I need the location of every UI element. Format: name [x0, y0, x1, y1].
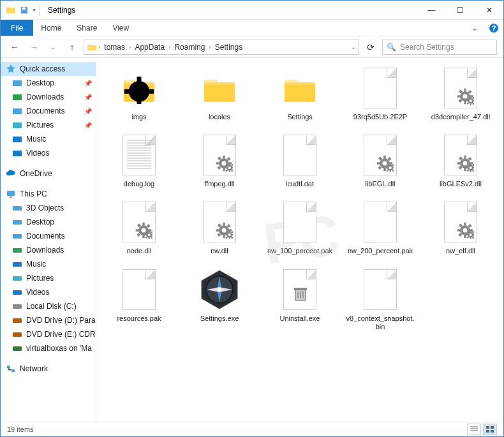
svg-point-47: [218, 288, 221, 292]
maximize-button[interactable]: ☐: [446, 1, 475, 20]
tab-home[interactable]: Home: [33, 20, 69, 36]
file-name: debug.log: [124, 180, 154, 188]
window-title: Settings: [48, 6, 75, 15]
sidebar-item[interactable]: Pictures📌: [1, 118, 96, 132]
tab-view[interactable]: View: [105, 20, 137, 36]
svg-rect-55: [486, 430, 489, 433]
navigation-pane[interactable]: Quick access Desktop📌Downloads📌Documents…: [1, 58, 96, 422]
sidebar-item[interactable]: Documents: [1, 229, 96, 243]
titlebar: ▾ Settings — ☐ ✕: [1, 1, 503, 20]
svg-rect-21: [13, 332, 22, 337]
file-item[interactable]: libEGL.dll: [343, 133, 418, 188]
sidebar-this-pc[interactable]: This PC: [1, 187, 96, 201]
file-item[interactable]: Settings.exe: [182, 267, 257, 331]
svg-text:?: ?: [492, 24, 496, 32]
file-item[interactable]: Settings: [262, 66, 337, 121]
qat-overflow[interactable]: ▾: [33, 6, 36, 13]
file-item[interactable]: Uninstall.exe: [262, 267, 337, 331]
file-item[interactable]: nw_elf.dll: [423, 200, 498, 255]
sidebar-item[interactable]: DVD Drive (E:) CDRO: [1, 327, 96, 341]
path-dropdown[interactable]: ⌄: [351, 43, 356, 50]
file-list[interactable]: PC imgslocalesSettings93rq5d5Ub.2E2Pd3dc…: [96, 58, 503, 422]
help-button[interactable]: ?: [484, 20, 503, 36]
folder-icon: [12, 92, 22, 102]
svg-rect-16: [13, 262, 22, 267]
file-item[interactable]: nw_100_percent.pak: [262, 200, 337, 255]
file-item[interactable]: nw.dll: [182, 200, 257, 255]
refresh-button[interactable]: ⟳: [363, 40, 378, 55]
close-button[interactable]: ✕: [475, 1, 503, 20]
file-thumbnail: [278, 66, 322, 110]
svg-rect-8: [13, 137, 22, 142]
file-name: ffmpeg.dll: [204, 180, 235, 188]
svg-rect-5: [13, 94, 22, 100]
sidebar-item[interactable]: Desktop: [1, 215, 96, 229]
file-name: nw_elf.dll: [446, 247, 475, 255]
tab-file[interactable]: File: [1, 20, 33, 36]
file-item[interactable]: libGLESv2.dll: [423, 133, 498, 188]
svg-rect-18: [13, 290, 22, 295]
sidebar-item[interactable]: Pictures: [1, 271, 96, 285]
svg-rect-56: [491, 430, 494, 433]
icons-view-button[interactable]: [483, 424, 497, 435]
recent-dropdown[interactable]: ⌄: [45, 40, 61, 55]
sidebar-item[interactable]: Documents📌: [1, 104, 96, 118]
file-item[interactable]: ffmpeg.dll: [182, 133, 257, 188]
file-name: 93rq5d5Ub.2E2P: [353, 113, 407, 121]
network-icon: [6, 364, 16, 374]
svg-rect-49: [294, 288, 307, 290]
file-item[interactable]: nw_200_percent.pak: [343, 200, 418, 255]
details-view-button[interactable]: [467, 424, 481, 435]
svg-rect-53: [486, 426, 489, 429]
sidebar-quick-access[interactable]: Quick access: [1, 62, 96, 76]
file-item[interactable]: v8_context_snapshot.bin: [343, 267, 418, 331]
svg-rect-26: [137, 77, 142, 82]
file-name: nw_100_percent.pak: [267, 247, 332, 255]
file-item[interactable]: debug.log: [101, 133, 177, 188]
file-item[interactable]: resources.pak: [101, 267, 177, 331]
sidebar-item[interactable]: Music: [1, 257, 96, 271]
file-thumbnail: [117, 267, 161, 312]
ribbon-expand-button[interactable]: ⌄: [465, 20, 484, 36]
sidebar-onedrive[interactable]: OneDrive: [1, 167, 96, 181]
sidebar-item[interactable]: Videos: [1, 146, 96, 160]
svg-rect-6: [13, 108, 22, 114]
quick-access-save-icon[interactable]: [20, 5, 29, 15]
pin-icon: 📌: [84, 108, 92, 115]
cloud-icon: [6, 168, 16, 179]
sidebar-item[interactable]: Downloads: [1, 243, 96, 257]
svg-rect-15: [13, 248, 22, 253]
file-name: libEGL.dll: [365, 180, 395, 188]
tab-share[interactable]: Share: [69, 20, 105, 36]
drive-icon: [12, 245, 22, 255]
file-item[interactable]: locales: [182, 66, 257, 121]
up-button[interactable]: ↑: [64, 40, 80, 55]
file-item[interactable]: imgs: [101, 66, 177, 121]
file-item[interactable]: node.dll: [101, 200, 177, 255]
forward-button[interactable]: →: [26, 40, 41, 55]
sidebar-item[interactable]: 3D Objects: [1, 201, 96, 215]
sidebar-network[interactable]: Network: [1, 362, 96, 376]
sidebar-item[interactable]: virtualboxas on 'Ma: [1, 341, 96, 355]
minimize-button[interactable]: —: [417, 1, 446, 20]
file-item[interactable]: d3dcompiler_47.dll: [423, 66, 498, 121]
back-button[interactable]: ←: [7, 40, 22, 55]
sidebar-item[interactable]: Local Disk (C:): [1, 299, 96, 313]
folder-icon: [12, 134, 22, 144]
star-icon: [6, 64, 16, 74]
sidebar-item[interactable]: DVD Drive (D:) Paral: [1, 313, 96, 327]
breadcrumb[interactable]: › tomas› AppData› Roaming› Settings ⌄: [84, 40, 359, 55]
file-item[interactable]: icudtl.dat: [262, 133, 337, 188]
sidebar-item[interactable]: Downloads📌: [1, 90, 96, 104]
crumb[interactable]: Roaming: [172, 43, 207, 52]
search-input[interactable]: 🔍 Search Settings: [382, 40, 497, 55]
crumb[interactable]: Settings: [212, 43, 245, 52]
file-item[interactable]: 93rq5d5Ub.2E2P: [343, 66, 418, 121]
svg-rect-23: [7, 366, 10, 368]
sidebar-item[interactable]: Music: [1, 132, 96, 146]
crumb[interactable]: AppData: [132, 43, 167, 52]
svg-rect-14: [13, 234, 22, 239]
crumb[interactable]: tomas: [101, 43, 128, 52]
sidebar-item[interactable]: Desktop📌: [1, 76, 96, 90]
sidebar-item[interactable]: Videos: [1, 285, 96, 299]
